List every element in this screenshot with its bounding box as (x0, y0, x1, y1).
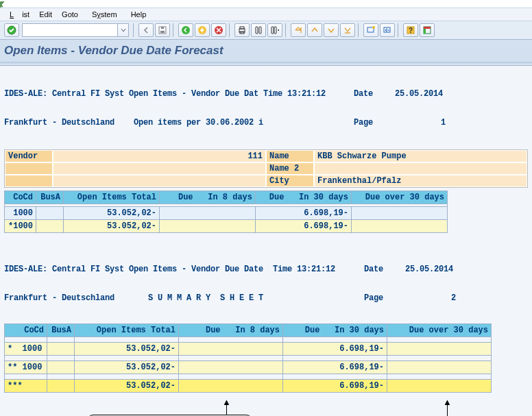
menu-system[interactable]: System (84, 10, 125, 19)
report-header-1: IDES-ALE: Central FI Syst Open Items - V… (4, 70, 528, 147)
svg-rect-10 (256, 27, 258, 34)
svg-rect-21 (424, 29, 426, 34)
name2-label: Name 2 (266, 162, 314, 175)
city-label: City (266, 175, 314, 187)
title-strip: Open Items - Vendor Due Date Forecast (0, 40, 532, 62)
svg-rect-12 (271, 27, 274, 34)
col-dover: Due over 30 days (352, 191, 448, 204)
print-icon[interactable] (234, 23, 250, 37)
table-row: *** 53.052,02- 6.698,19- (5, 380, 492, 393)
svg-rect-20 (424, 27, 431, 29)
help-icon[interactable]: ? (403, 23, 418, 37)
menu-help[interactable]: Help (127, 10, 151, 19)
col-d30: Due In 30 days (283, 324, 387, 337)
command-dropdown[interactable] (118, 23, 129, 37)
menu-bar[interactable]: List Edit Goto System Help (0, 8, 532, 21)
svg-rect-3 (161, 27, 164, 29)
table-row: 1000 53.052,02- 6.698,19- (5, 207, 448, 220)
command-field-wrap (22, 23, 129, 37)
find-next-icon[interactable] (267, 23, 282, 37)
city-value: Frankenthal/Pfalz (314, 175, 527, 187)
summary-table: CoCd BusA Open Items Total Due In 8 days… (4, 323, 492, 393)
menu-list[interactable]: List (5, 10, 34, 19)
first-page-icon[interactable] (291, 23, 306, 37)
col-open: Open Items Total (75, 324, 179, 337)
table-row: * 1000 53.052,02- 6.698,19- (5, 343, 492, 356)
last-page-icon[interactable] (340, 23, 355, 37)
col-dover: Due over 30 days (387, 324, 492, 337)
ok-button[interactable] (4, 23, 19, 37)
prev-page-icon[interactable] (307, 23, 322, 37)
vendor-label: Vendor (5, 150, 53, 162)
svg-point-15 (372, 26, 375, 29)
new-session-icon[interactable] (363, 23, 378, 37)
layout-icon[interactable] (420, 23, 435, 37)
nav-cancel-icon[interactable] (211, 23, 226, 37)
next-page-icon[interactable] (324, 23, 339, 37)
command-field[interactable] (22, 23, 118, 37)
col-busa: BusA (47, 324, 75, 337)
name2-value (314, 162, 527, 175)
detail-table: CoCd BusA Open Items Total Due In 8 days… (4, 191, 448, 233)
table-row: ** 1000 53.052,02- 6.698,19- (5, 361, 492, 374)
svg-rect-11 (259, 27, 261, 34)
col-busa: BusA (36, 191, 64, 204)
vendor-info: Vendor 111 Name KBB Schwarze Pumpe Name … (4, 149, 528, 188)
col-d8: Due In 8 days (160, 191, 256, 204)
svg-rect-13 (274, 27, 276, 34)
window-corner (0, 0, 532, 8)
col-d8: Due In 8 days (179, 324, 283, 337)
svg-point-4 (182, 26, 190, 34)
report-header-2: IDES-ALE: Central FI Syst Open Items - V… (4, 245, 528, 322)
col-cocd: CoCd (5, 324, 47, 337)
shortcut-icon[interactable] (380, 23, 395, 37)
name-value: KBB Schwarze Pumpe (314, 150, 527, 162)
toolbar: ? (0, 21, 532, 40)
vendor-value: 111 (53, 150, 266, 162)
table-row: *1000 53.052,02- 6.698,19- (5, 220, 448, 233)
page-title: Open Items - Vendor Due Date Forecast (4, 44, 528, 58)
menu-goto[interactable]: Goto (58, 10, 82, 19)
svg-rect-8 (240, 27, 244, 29)
save-icon[interactable] (155, 23, 170, 37)
find-icon[interactable] (251, 23, 266, 37)
name-label: Name (266, 150, 314, 162)
col-open: Open Items Total (64, 191, 160, 204)
col-cocd: CoCd (5, 191, 36, 204)
col-d30: Due In 30 days (256, 191, 352, 204)
toolbar-back-icon[interactable] (138, 23, 154, 37)
svg-rect-2 (160, 31, 165, 33)
svg-text:?: ? (409, 27, 413, 34)
nav-exit-icon[interactable] (195, 23, 210, 37)
nav-back-icon[interactable] (178, 23, 193, 37)
menu-edit[interactable]: Edit (35, 10, 56, 19)
